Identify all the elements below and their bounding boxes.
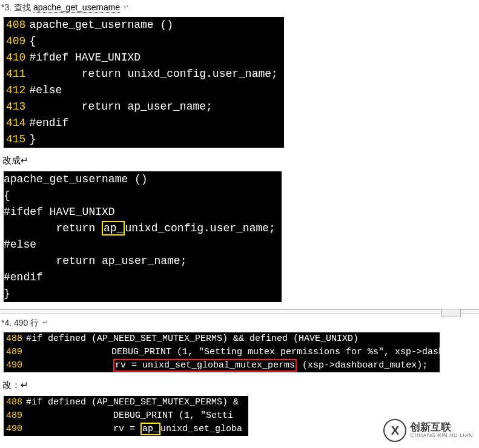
code-line: 410#ifdef HAVE_UNIXD bbox=[4, 50, 284, 66]
label-change: 改：↵ bbox=[0, 376, 479, 394]
code-line: 490 rv = unixd_set_global_mutex_perms (x… bbox=[4, 359, 440, 372]
code-text: } bbox=[4, 286, 16, 302]
code-text: return ap_user_name; bbox=[29, 99, 218, 115]
code-line: 489 DEBUG_PRINT (1, "Setti bbox=[4, 409, 248, 423]
watermark-logo-icon: X bbox=[383, 419, 406, 440]
code-text: #ifdef HAVE_UNIXD bbox=[29, 50, 147, 66]
line-number: 488 bbox=[4, 396, 26, 409]
code-line: 490 rv = ap_unixd_set_globa bbox=[4, 423, 248, 436]
line-number: 488 bbox=[4, 332, 26, 346]
divider bbox=[0, 309, 479, 314]
code-text: apache_get_username () bbox=[29, 17, 179, 33]
code-line: #endif bbox=[4, 269, 282, 286]
highlight-yellow: ap_ bbox=[102, 221, 125, 236]
line-number: 412 bbox=[4, 82, 29, 99]
watermark-en: CHUANG XIN HU LIAN bbox=[410, 433, 473, 439]
line-number: 490 bbox=[4, 423, 26, 436]
code-text: #else bbox=[4, 237, 42, 253]
code-text: apache_get_username () bbox=[4, 171, 154, 188]
code-line: 489 DEBUG_PRINT (1, "Setting mutex permi… bbox=[4, 346, 440, 359]
code-block-modified-4: 488#if defined (AP_NEED_SET_MUTEX_PERMS)… bbox=[4, 396, 248, 436]
line-number: 414 bbox=[4, 115, 29, 131]
line-number: 408 bbox=[4, 17, 29, 33]
code-line: #else bbox=[4, 237, 282, 253]
code-line: apache_get_username () bbox=[4, 171, 282, 188]
line-number: 410 bbox=[4, 50, 29, 66]
code-line-modified: return ap_unixd_config.user_name; bbox=[4, 220, 282, 237]
code-text: { bbox=[4, 188, 16, 204]
line-number: 415 bbox=[4, 131, 29, 148]
heading-text: *4. 490 行 bbox=[1, 318, 39, 328]
code-line: #ifdef HAVE_UNIXD bbox=[4, 204, 282, 220]
watermark-cn: 创新互联 bbox=[410, 422, 473, 433]
code-line: 408apache_get_username () bbox=[4, 17, 284, 33]
code-line: } bbox=[4, 286, 282, 302]
code-line: 409{ bbox=[4, 33, 284, 50]
line-number: 411 bbox=[4, 66, 29, 82]
code-line: 414#endif bbox=[4, 115, 284, 131]
code-text: } bbox=[29, 131, 42, 148]
code-block-original-3: 408apache_get_username ()409{410#ifdef H… bbox=[4, 17, 284, 148]
heading-section-4: *4. 490 行 ↵ bbox=[0, 315, 479, 330]
code-text: return ap_user_name; bbox=[4, 253, 193, 269]
newline-mark-icon: ↵ bbox=[124, 3, 129, 10]
code-block-modified-3: apache_get_username (){#ifdef HAVE_UNIXD… bbox=[4, 171, 282, 302]
line-number: 489 bbox=[4, 346, 24, 359]
line-number: 413 bbox=[4, 99, 29, 115]
code-text: return unixd_config.user_name; bbox=[29, 66, 283, 82]
code-text: { bbox=[29, 33, 42, 50]
line-number: 409 bbox=[4, 33, 29, 50]
code-text: #endif bbox=[4, 269, 49, 286]
code-line: 415} bbox=[4, 131, 284, 148]
code-text: #ifdef HAVE_UNIXD bbox=[4, 204, 121, 220]
code-line: 413 return ap_user_name; bbox=[4, 99, 284, 115]
code-line: 412#else bbox=[4, 82, 284, 99]
watermark: X 创新互联 CHUANG XIN HU LIAN bbox=[383, 419, 473, 440]
code-text: #else bbox=[29, 82, 68, 99]
code-line: return ap_user_name; bbox=[4, 253, 282, 269]
code-block-original-4: 488#if defined (AP_NEED_SET_MUTEX_PERMS)… bbox=[4, 332, 440, 372]
code-line: { bbox=[4, 188, 282, 204]
heading-section-3: *3. 查找 apache_get_username ↵ bbox=[0, 0, 479, 15]
code-line: 411 return unixd_config.user_name; bbox=[4, 66, 284, 82]
heading-term: apache_get_username bbox=[33, 2, 120, 13]
heading-prefix: *3. 查找 bbox=[1, 2, 33, 12]
label-change-to: 改成↵ bbox=[0, 151, 479, 169]
code-text: #endif bbox=[29, 115, 74, 131]
highlight-yellow: ap_ bbox=[140, 423, 160, 435]
code-line: 488#if defined (AP_NEED_SET_MUTEX_PERMS)… bbox=[4, 396, 248, 409]
highlight-red: rv = unixd_set_global_mutex_perms bbox=[113, 359, 297, 372]
line-number: 489 bbox=[4, 409, 26, 423]
newline-mark-icon: ↵ bbox=[42, 318, 48, 326]
line-number: 490 bbox=[4, 359, 26, 372]
code-line: 488#if defined (AP_NEED_SET_MUTEX_PERMS)… bbox=[4, 332, 440, 346]
